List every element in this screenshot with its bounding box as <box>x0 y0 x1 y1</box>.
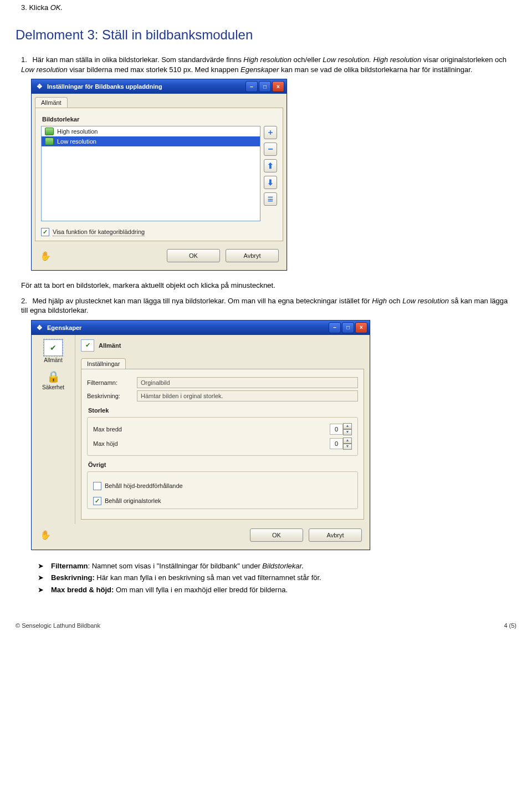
image-icon <box>45 128 54 135</box>
checkbox-keep-original[interactable]: ✓ Behåll originalstorlek <box>93 497 352 505</box>
cancel-button[interactable]: Avbryt <box>309 528 362 542</box>
side-label: Säkerhet <box>34 384 73 390</box>
lock-icon: 🔒 <box>45 370 61 383</box>
arrow-icon: ➤ <box>38 573 45 583</box>
checkbox-row[interactable]: ✓ Visa funktion för kategoribläddring <box>41 228 277 236</box>
hand-icon: ✋ <box>39 529 52 541</box>
move-up-button[interactable]: ⬆ <box>264 159 277 172</box>
window-title: Egenskaper <box>47 324 329 331</box>
dialog-footer: ✋ OK Avbryt <box>35 524 366 546</box>
mid-paragraph: För att ta bort en bildstorlek, markera … <box>16 281 516 291</box>
para1-num: 1. <box>21 55 27 64</box>
step-3: 3. Klicka OK. <box>16 3 516 12</box>
spinner-up-icon[interactable]: ▲ <box>343 423 352 429</box>
tab-bar: Allmänt <box>32 94 287 108</box>
maximize-button[interactable]: □ <box>342 322 354 333</box>
dialog-footer: ✋ OK Avbryt <box>35 245 283 267</box>
side-item-allmant[interactable]: ✔ Allmänt <box>34 339 73 363</box>
spinner-up-icon[interactable]: ▲ <box>343 438 352 444</box>
group-storlek: Storlek <box>88 407 358 414</box>
hand-icon: ✋ <box>39 250 52 262</box>
bullet-bold: Filternamn <box>51 562 88 570</box>
titlebar[interactable]: ❖ Inställningar för Bildbanks uppladdnin… <box>32 79 287 94</box>
max-hojd-spinner[interactable]: 0 ▲ ▼ <box>330 438 352 450</box>
max-bredd-label: Max bredd <box>93 426 122 433</box>
checkbox-icon[interactable] <box>93 482 101 490</box>
window-body: ✔ Allmänt 🔒 Säkerhet ✔ Allmänt Inställni… <box>32 335 370 524</box>
arrow-icon: ➤ <box>38 561 45 571</box>
checkbox-label: Visa funktion för kategoribläddring <box>53 228 145 236</box>
add-button[interactable]: ＋ <box>264 126 277 139</box>
para2-i2: Low resolution <box>402 297 449 305</box>
minimize-button[interactable]: – <box>245 81 258 92</box>
tab-installningar[interactable]: Inställningar <box>81 358 126 369</box>
bullet-text: Om man vill fylla i en maxhöjd eller bre… <box>114 586 288 594</box>
cancel-button[interactable]: Avbryt <box>226 249 279 262</box>
main-pane: ✔ Allmänt Inställningar Filternamn: Orgi… <box>75 335 370 524</box>
bullet-item: ➤ Beskrivning: Här kan man fylla i en be… <box>38 573 516 583</box>
bullet-item: ➤ Max bredd & höjd: Om man vill fylla i … <box>38 585 516 595</box>
paragraph-1: 1. Här kan man ställa in olika bildstorl… <box>16 55 516 74</box>
step-3-ok: OK. <box>50 3 63 12</box>
footer-left: © Senselogic Lathund Bildbank <box>16 622 100 629</box>
image-icon <box>45 138 54 145</box>
ok-button[interactable]: OK <box>167 249 220 262</box>
list-item[interactable]: High resolution <box>42 126 260 136</box>
bullet-bold: Max bredd & höjd: <box>51 586 114 594</box>
para1-i3: Low resolution <box>21 65 68 74</box>
para1-i4: Egenskaper <box>241 65 279 74</box>
filternamn-input[interactable]: Orginalbild <box>137 377 358 388</box>
spinner-value[interactable]: 0 <box>330 424 343 435</box>
bullet-text: : Namnet som visas i "Inställningar för … <box>88 562 262 570</box>
side-label: Allmänt <box>34 357 73 363</box>
bullet-item: ➤ Filternamn: Namnet som visas i "Instäl… <box>38 561 516 571</box>
page-footer: © Senselogic Lathund Bildbank 4 (5) <box>16 622 516 629</box>
footer-right: 4 (5) <box>504 622 516 629</box>
move-down-button[interactable]: ⬇ <box>264 176 277 189</box>
para1-t3: visar originalstorleken och <box>423 55 507 64</box>
arrow-icon: ➤ <box>38 585 45 595</box>
para1-t5: kan man se vad de olika bildstorlekarna … <box>281 65 472 74</box>
titlebar[interactable]: ❖ Egenskaper – □ × <box>32 321 370 335</box>
close-button[interactable]: × <box>355 322 367 333</box>
check-icon: ✔ <box>44 339 63 356</box>
bullet-text: Här kan man fylla i en beskrivning så ma… <box>95 573 321 582</box>
bullet-list: ➤ Filternamn: Namnet som visas i "Instäl… <box>38 561 516 595</box>
checkbox-icon[interactable]: ✓ <box>93 497 101 505</box>
maximize-button[interactable]: □ <box>259 81 271 92</box>
checkbox-icon[interactable]: ✓ <box>41 228 49 236</box>
pane-header: Allmänt <box>99 342 121 349</box>
checkbox-keep-ratio[interactable]: Behåll höjd-breddförhållande <box>93 482 352 490</box>
close-button[interactable]: × <box>272 81 284 92</box>
max-bredd-spinner[interactable]: 0 ▲ ▼ <box>330 423 352 435</box>
spinner-down-icon[interactable]: ▼ <box>343 429 352 435</box>
para2-t1: Med hjälp av plustecknet kan man lägga t… <box>32 297 372 305</box>
para1-i1: High resolution <box>243 55 291 64</box>
group-ovrigt: Övrigt <box>88 461 358 468</box>
para2-t2: och <box>389 297 403 305</box>
beskrivning-input[interactable]: Hämtar bilden i orginal storlek. <box>137 390 358 401</box>
list-item-label: Low resolution <box>57 138 96 145</box>
ok-button[interactable]: OK <box>250 528 303 542</box>
client-area: Bildstorlekar High resolution Low resolu… <box>35 108 283 241</box>
checkbox-label: Behåll originalstorlek <box>105 497 161 504</box>
paragraph-2: 2. Med hjälp av plustecknet kan man lägg… <box>16 296 516 316</box>
side-item-sakerhet[interactable]: 🔒 Säkerhet <box>34 370 73 390</box>
remove-button[interactable]: − <box>264 143 277 156</box>
para1-t4: visar bilderna med max storlek 510 px. M… <box>69 65 241 74</box>
beskrivning-label: Beskrivning: <box>87 393 132 399</box>
section-heading: Delmoment 3: Ställ in bildbanksmodulen <box>16 27 516 43</box>
bullet-italic: Bildstorlekar. <box>262 562 304 570</box>
size-listbox[interactable]: High resolution Low resolution <box>41 126 260 221</box>
bullet-bold: Beskrivning: <box>51 573 95 582</box>
settings-window: ❖ Inställningar för Bildbanks uppladdnin… <box>31 79 287 271</box>
spinner-value[interactable]: 0 <box>330 438 343 449</box>
spinner-down-icon[interactable]: ▼ <box>343 444 352 450</box>
minimize-button[interactable]: – <box>329 322 341 333</box>
list-item[interactable]: Low resolution <box>42 136 260 146</box>
step-3-prefix: 3. Klicka <box>21 3 50 12</box>
tab-allmant[interactable]: Allmänt <box>35 97 68 108</box>
para1-t1: Här kan man ställa in olika bildstorleka… <box>32 55 243 64</box>
group-bildstorlekar: Bildstorlekar <box>42 116 277 123</box>
properties-button[interactable]: ☰ <box>264 192 277 206</box>
